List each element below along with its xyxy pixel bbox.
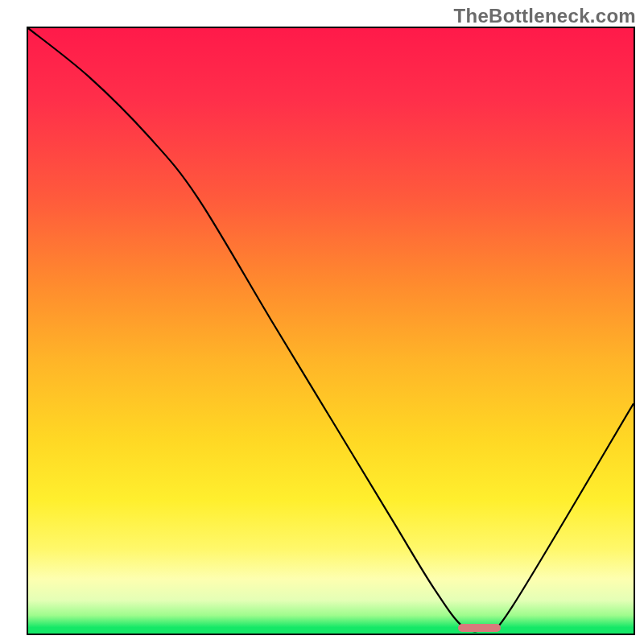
optimum-marker	[458, 624, 501, 632]
watermark-text: TheBottleneck.com	[454, 5, 636, 27]
bottleneck-curve-path	[28, 28, 634, 631]
chart-frame	[27, 27, 635, 635]
bottleneck-line-chart	[28, 28, 634, 634]
